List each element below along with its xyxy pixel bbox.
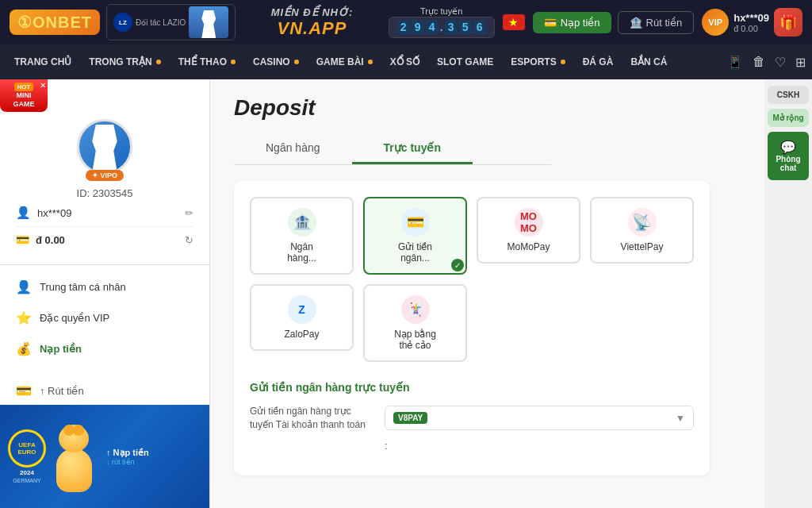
rut-tien-sidebar-label: ↑ Rút tiền: [40, 385, 84, 397]
sidebar-item-dac-quyen[interactable]: ⭐ Đặc quyền VIP: [0, 302, 209, 333]
nap-tien-promo-btn[interactable]: ↑ Nạp tiền: [106, 448, 201, 458]
payment-option-wrapper-momo: MOMO MoMoPay: [477, 197, 580, 275]
nav-item-xo-so[interactable]: XỔ SỐ: [382, 44, 427, 79]
deposit-card: 🏦 Ngânhàng... 💳 Gửi tiềnngân... ✓ MOMO: [234, 181, 710, 475]
v8pay-logo: V8PAY: [393, 412, 427, 424]
nav-dot-casino: [294, 60, 299, 64]
truc-tuyen-tab-label: Trực tuyến: [384, 141, 441, 154]
refresh-icon[interactable]: ↻: [185, 234, 193, 246]
euro-ring: UEFAEURO: [8, 429, 46, 468]
tab-ngan-hang[interactable]: Ngân hàng: [234, 133, 352, 164]
payment-option-momo[interactable]: MOMO MoMoPay: [477, 197, 580, 264]
bear-head: [59, 425, 89, 452]
nav-item-ban-ca[interactable]: BẮN CÁ: [622, 44, 675, 79]
nav-icon-area: 📱 🗑 ♡ ⊞: [727, 55, 806, 70]
wallet-icon: 💳: [16, 233, 29, 246]
sidebar-username: hx***09: [37, 207, 71, 219]
nav-label-da-ga: ĐÁ GÀ: [583, 56, 614, 67]
mo-rong-label: Mở rộng: [772, 114, 803, 122]
viettel-icon: 📡: [628, 208, 657, 237]
username-row: 👤 hx***09 ✏: [16, 199, 193, 227]
counter-digit-2: 2: [397, 20, 410, 36]
user-avatar: VIP: [702, 9, 729, 36]
sidebar-item-rut-tien[interactable]: 💳 ↑ Rút tiền: [16, 377, 193, 405]
rut-tien-label: Rút tiền: [646, 17, 683, 29]
trung-tam-label: Trung tâm cá nhân: [40, 281, 126, 293]
nav-item-casino[interactable]: CASINO: [245, 44, 307, 79]
payment-option-ngan-hang[interactable]: 🏦 Ngânhàng...: [250, 197, 354, 275]
payment-option-gui-tien[interactable]: 💳 Gửi tiềnngân... ✓: [363, 197, 467, 275]
zalo-label: ZaloPay: [284, 329, 319, 340]
payment-option-wrapper-ngan-hang: 🏦 Ngânhàng...: [250, 197, 354, 275]
nav-item-trang-chu[interactable]: TRANG CHỦ: [6, 44, 79, 79]
edit-icon[interactable]: ✏: [185, 207, 193, 219]
nav-label-ban-ca: BẮN CÁ: [630, 56, 667, 67]
username-info-left: 👤 hx***09: [16, 206, 71, 220]
form-row-colon: :: [250, 440, 694, 452]
player-image: [189, 6, 228, 38]
mo-rong-button[interactable]: Mở rộng: [768, 109, 809, 127]
nav-item-slot-game[interactable]: SLOT GAME: [429, 44, 501, 79]
payment-option-wrapper-zalo: Z ZaloPay: [250, 284, 354, 362]
main-content: Deposit Ngân hàng Trực tuyến 🏦 Ngânhàng.…: [210, 79, 764, 508]
counter-box: 2 9 4 . 3 5 6: [389, 17, 495, 39]
payment-option-zalo[interactable]: Z ZaloPay: [250, 284, 354, 351]
vn-flag: ★: [503, 14, 525, 30]
sidebar-user-id: ID: 2303545: [77, 187, 133, 199]
euro-badge-box: UEFAEURO 2024 GERMANY: [8, 429, 46, 483]
onbet-logo[interactable]: ①ONBET: [10, 10, 100, 35]
nav-bar: TRANG CHỦ TRONG TRẬN THỂ THAO CASINO GAM…: [0, 44, 812, 79]
zalo-icon: Z: [288, 295, 316, 324]
payment-option-nap-the[interactable]: 🃏 Nạp bằngthẻ cảo: [363, 284, 467, 362]
bear-ear-right: [73, 425, 84, 436]
phong-chat-button[interactable]: 💬 Phòng chat: [768, 132, 809, 180]
nav-item-esports[interactable]: ESPORTS: [503, 44, 573, 79]
euro-year: 2024: [20, 469, 34, 476]
heart-icon[interactable]: ♡: [775, 55, 786, 70]
top-header: ①ONBET LZ Đối tác LAZIO MIỀN ĐỂ NHỚ: VN.…: [0, 0, 812, 44]
ngan-hang-label: Ngânhàng...: [287, 241, 316, 264]
tab-truc-tuyen[interactable]: Trực tuyến: [352, 133, 473, 164]
nav-item-game-bai[interactable]: GAME BÀI: [308, 44, 381, 79]
window-icon[interactable]: ⊞: [795, 55, 806, 70]
mien-de-nho-area: MIỀN ĐỂ NHỚ: VN.APP: [243, 6, 381, 39]
mini-game-tab[interactable]: HOT MINIGAME ✕: [0, 79, 48, 112]
euro-country: GERMANY: [13, 478, 40, 483]
nav-item-trong-tran[interactable]: TRONG TRẬN: [81, 44, 168, 79]
nav-label-casino: CASINO: [253, 56, 290, 67]
nav-dot-esports: [561, 60, 565, 64]
profile-avatar: [77, 119, 132, 175]
nap-the-icon: 🃏: [401, 295, 430, 324]
truc-tuyen-area: Trực tuyến 2 9 4 . 3 5 6: [389, 6, 495, 39]
gift-icon[interactable]: 🎁: [774, 8, 802, 37]
payment-option-viettel[interactable]: 📡 ViettelPay: [590, 197, 694, 264]
rut-tien-header-button[interactable]: 🏦 Rút tiền: [618, 11, 695, 34]
nap-icon: 💳: [544, 17, 557, 29]
nav-label-esports: ESPORTS: [511, 56, 556, 67]
truc-tuyen-label: Trực tuyến: [420, 6, 462, 17]
nav-item-da-ga[interactable]: ĐÁ GÀ: [575, 44, 622, 79]
hot-badge: HOT: [14, 83, 34, 91]
form-select-account[interactable]: V8PAY ▼: [385, 406, 694, 430]
mobile-icon[interactable]: 📱: [727, 55, 743, 70]
bear-mascot: [52, 421, 100, 492]
counter-digit-5: 5: [459, 20, 472, 36]
lazio-badge: LZ Đối tác LAZIO: [106, 4, 236, 40]
sidebar-item-nap-tien[interactable]: 💰 Nạp tiền: [0, 333, 209, 364]
money-icon: 💰: [16, 341, 32, 356]
nav-item-the-thao[interactable]: THỂ THAO: [170, 44, 243, 79]
star-icon: ⭐: [16, 310, 32, 325]
nap-tien-header-button[interactable]: 💳 Nạp tiền: [533, 12, 611, 33]
card-icon: 💳: [16, 383, 32, 398]
balance-row: 💳 đ 0.00 ↻: [16, 227, 193, 252]
close-mini-game-icon[interactable]: ✕: [40, 81, 46, 90]
trash-icon[interactable]: 🗑: [753, 55, 765, 70]
sidebar-item-trung-tam[interactable]: 👤 Trung tâm cá nhân: [0, 271, 209, 302]
nav-dot-trong-tran: [156, 60, 161, 64]
header-buttons: 💳 Nạp tiền 🏦 Rút tiền: [533, 11, 695, 34]
counter-digit-6: 6: [473, 20, 486, 36]
cskh-button[interactable]: CSKH: [768, 86, 809, 104]
form-colon: :: [385, 440, 388, 452]
promo-text-area: ↑ Nạp tiền ↓ rút tiền: [106, 448, 201, 466]
nap-tien-sidebar-label: Nạp tiền: [40, 343, 82, 355]
